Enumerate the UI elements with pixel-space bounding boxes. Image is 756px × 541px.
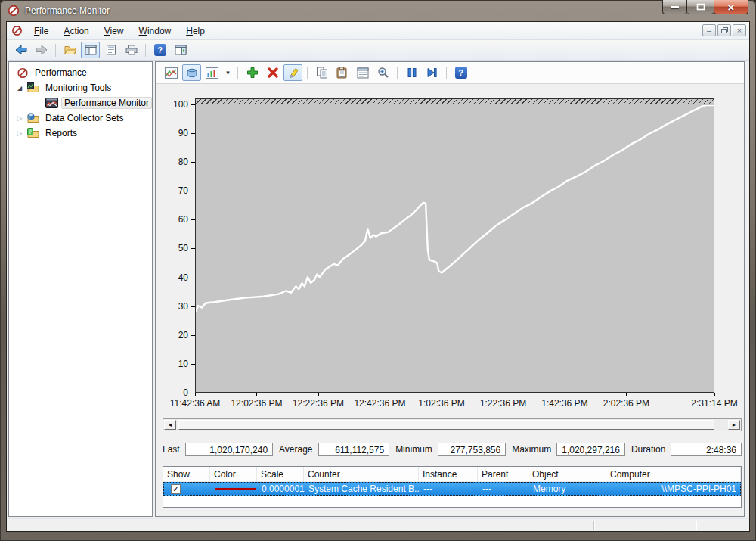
toolbar-separator (55, 44, 56, 57)
menu-action[interactable]: Action (57, 23, 95, 39)
show-hide-console-tree-button[interactable] (81, 42, 100, 58)
help-button[interactable]: ? (150, 42, 169, 58)
copy-icon (316, 67, 328, 79)
highlighter-icon (287, 67, 299, 79)
scroll-right-button[interactable]: ► (728, 420, 740, 430)
properties-button[interactable] (101, 42, 120, 58)
tree-item-performance[interactable]: Performance (9, 65, 152, 80)
chart-help-button[interactable]: ? (451, 64, 470, 81)
show-hide-action-pane-button[interactable] (171, 42, 190, 58)
chart-plot[interactable] (195, 98, 714, 393)
tree-item-label: Data Collector Sets (43, 112, 125, 124)
column-header-scale[interactable]: Scale (257, 467, 304, 481)
x-axis-label: 11:42:36 AM (170, 398, 221, 409)
paste-icon (336, 67, 348, 79)
color-cell (211, 488, 258, 490)
console-tree-icon (85, 45, 97, 55)
console-icon (11, 25, 23, 36)
column-header-object[interactable]: Object (528, 467, 606, 481)
minimize-icon (671, 6, 679, 8)
x-axis-labels: 11:42:36 AM12:02:36 PM12:22:36 PM12:42:3… (195, 393, 714, 411)
column-header-parent[interactable]: Parent (478, 467, 528, 481)
folder-icon (64, 45, 76, 55)
window-controls: × (662, 0, 748, 14)
tree-item-reports[interactable]: ▷ Reports (9, 126, 152, 141)
series-line-svg (196, 105, 714, 393)
status-bar-separator (696, 521, 696, 530)
stat-label: Maximum (512, 444, 551, 455)
scale-cell: 0.0000001 (258, 483, 305, 494)
column-header-instance[interactable]: Instance (419, 467, 478, 481)
change-graph-type-button[interactable] (203, 64, 222, 81)
print-button[interactable] (122, 42, 141, 58)
zoom-icon (377, 67, 389, 79)
tree-item-label: Performance Monitor (61, 97, 152, 109)
properties-doc-icon (106, 45, 116, 55)
freeze-display-button[interactable] (402, 64, 421, 81)
update-data-button[interactable] (423, 64, 442, 81)
menu-help[interactable]: Help (179, 23, 212, 39)
x-axis-label: 1:42:36 PM (541, 398, 587, 409)
stat-value-box: 1,020,297,216 (556, 443, 625, 456)
expander-expanded-icon[interactable]: ◢ (15, 85, 24, 92)
forward-arrow-icon (36, 45, 48, 55)
step-forward-icon (426, 67, 438, 78)
forward-button[interactable] (32, 42, 51, 58)
maximize-button[interactable] (687, 0, 714, 14)
help-icon: ? (154, 44, 166, 56)
menu-bar: File Action View Window Help – × (7, 22, 749, 40)
highlight-button[interactable] (284, 64, 302, 81)
pause-icon (407, 67, 417, 78)
stat-label: Duration (631, 444, 665, 455)
scrollbar-thumb[interactable] (178, 420, 714, 430)
graph-area: 100 90 80 70 60 50 40 30 20 10 0 (156, 84, 744, 516)
properties-button[interactable] (353, 64, 372, 81)
tree-item-performance-monitor[interactable]: Performance Monitor (9, 95, 152, 110)
minimize-button[interactable] (662, 0, 687, 14)
paste-counter-list-button[interactable] (333, 64, 352, 81)
time-range-scrollbar[interactable]: ◄ ► (163, 418, 742, 431)
menu-file[interactable]: File (27, 23, 55, 39)
graph-type-dropdown-arrow[interactable]: ▾ (223, 64, 233, 81)
x-axis-tick (714, 393, 715, 396)
expander-collapsed-icon[interactable]: ▷ (15, 114, 24, 122)
view-current-activity-button[interactable] (162, 64, 181, 81)
x-axis-label: 1:22:36 PM (480, 398, 526, 409)
x-axis-label: 2:02:36 PM (603, 398, 649, 409)
column-header-computer[interactable]: Computer (606, 467, 741, 481)
column-header-color[interactable]: Color (210, 467, 257, 481)
overload-hatch-band (196, 99, 714, 104)
mdi-minimize-button[interactable]: – (702, 24, 716, 36)
window-title: Performance Monitor (25, 5, 110, 16)
expander-collapsed-icon[interactable]: ▷ (15, 129, 24, 137)
stat-label: Last (163, 444, 180, 455)
x-axis-tick (626, 393, 627, 396)
view-log-data-button[interactable] (182, 64, 201, 81)
delete-counter-button[interactable] (263, 64, 282, 81)
show-checkbox[interactable]: ✓ (171, 484, 181, 494)
back-button[interactable] (11, 42, 30, 58)
counter-row-selected[interactable]: ✓ 0.0000001 System Cache Resident B... -… (163, 482, 741, 496)
y-axis-labels: 100 90 80 70 60 50 40 30 20 10 0 (173, 104, 188, 393)
stat-duration: Duration 2:48:36 (631, 443, 742, 456)
mdi-restore-button[interactable] (717, 24, 731, 36)
tree-item-data-collector-sets[interactable]: ▷ Data Collector Sets (9, 110, 152, 126)
show-cell: ✓ (164, 484, 211, 494)
main-toolbar: ? (7, 40, 749, 61)
x-axis-label: 12:02:36 PM (231, 398, 282, 409)
counter-color-swatch (215, 488, 256, 490)
stat-maximum: Maximum 1,020,297,216 (512, 443, 625, 456)
tree-item-monitoring-tools[interactable]: ◢ Monitoring Tools (9, 80, 152, 95)
export-folder-button[interactable] (60, 42, 79, 58)
tree-item-label: Monitoring Tools (43, 82, 113, 94)
copy-properties-button[interactable] (312, 64, 331, 81)
zoom-button[interactable] (373, 64, 392, 81)
menu-view[interactable]: View (98, 23, 131, 39)
add-counter-button[interactable] (243, 64, 262, 81)
menu-window[interactable]: Window (132, 23, 178, 39)
scroll-left-button[interactable]: ◄ (164, 420, 176, 430)
close-button[interactable]: × (714, 0, 748, 14)
mdi-close-button[interactable]: × (733, 24, 746, 36)
column-header-show[interactable]: Show (163, 467, 210, 481)
column-header-counter[interactable]: Counter (304, 467, 419, 481)
